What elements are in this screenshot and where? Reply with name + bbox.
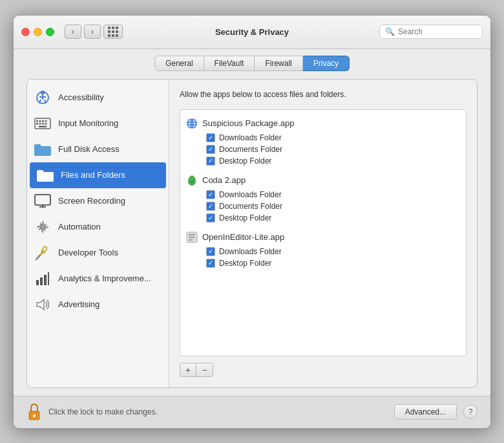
- svg-rect-26: [36, 280, 39, 285]
- traffic-lights: [21, 28, 54, 36]
- checkbox-suspicious-downloads[interactable]: [206, 133, 215, 142]
- globe-icon: [185, 117, 198, 130]
- sidebar-item-screen-recording[interactable]: Screen Recording: [27, 188, 169, 214]
- sidebar-label-accessibility: Accessibility: [58, 92, 104, 102]
- tabs-area: General FileVault Firewall Privacy: [14, 49, 490, 71]
- nav-buttons: ‹ ›: [65, 25, 101, 39]
- sidebar-label-screen-recording: Screen Recording: [58, 196, 125, 206]
- leaf-icon: [185, 174, 198, 187]
- sidebar-label-developer-tools: Developer Tools: [58, 248, 118, 257]
- maximize-button[interactable]: [46, 28, 54, 36]
- sidebar-item-full-disk-access[interactable]: Full Disk Access: [27, 136, 169, 162]
- bottom-bar: Click the lock to make changes. Advanced…: [14, 396, 490, 428]
- close-button[interactable]: [21, 28, 30, 36]
- file-item[interactable]: Desktop Folder: [185, 155, 461, 167]
- privacy-main-panel: Allow the apps below to access files and…: [169, 80, 477, 387]
- checkbox-openineditor-desktop[interactable]: [206, 259, 215, 268]
- checkbox-suspicious-documents[interactable]: [206, 145, 215, 154]
- remove-button[interactable]: −: [196, 363, 213, 377]
- svg-rect-27: [40, 277, 43, 285]
- main-panel: Accessibility: [26, 79, 478, 388]
- panel-description: Allow the apps below to access files and…: [180, 90, 467, 99]
- folder-icon: [34, 140, 52, 158]
- folder-label: Documents Folder: [219, 202, 282, 211]
- file-item[interactable]: Documents Folder: [185, 200, 461, 212]
- svg-rect-9: [42, 120, 44, 122]
- sidebar-label-full-disk-access: Full Disk Access: [58, 144, 120, 154]
- svg-rect-29: [48, 272, 49, 285]
- app-group-openineditor: OpenInEditor-Lite.app Downloads Folder D…: [180, 226, 466, 272]
- window-title: Security & Privacy: [215, 27, 289, 37]
- file-item[interactable]: Downloads Folder: [185, 189, 461, 200]
- folder-label: Documents Folder: [219, 145, 282, 154]
- file-item[interactable]: Downloads Folder: [185, 132, 461, 144]
- checkbox-coda-desktop[interactable]: [206, 213, 215, 222]
- forward-button[interactable]: ›: [84, 25, 101, 39]
- app-header-coda: Coda 2.app: [185, 172, 461, 189]
- app-group-coda: Coda 2.app Downloads Folder Documents Fo…: [180, 169, 466, 226]
- sidebar-label-advertising: Advertising: [58, 299, 100, 309]
- tab-general[interactable]: General: [154, 56, 204, 71]
- svg-rect-24: [41, 246, 47, 253]
- sidebar-item-accessibility[interactable]: Accessibility: [27, 85, 169, 111]
- folder-filled-icon: [36, 166, 54, 184]
- svg-rect-7: [36, 120, 38, 122]
- folder-label: Desktop Folder: [219, 213, 271, 222]
- checkbox-suspicious-desktop[interactable]: [206, 157, 215, 166]
- search-input[interactable]: [398, 27, 477, 36]
- minimize-button[interactable]: [34, 28, 42, 36]
- search-icon: 🔍: [385, 27, 395, 36]
- chart-icon: [34, 270, 52, 288]
- app-name-coda: Coda 2.app: [202, 175, 246, 185]
- checkbox-coda-downloads[interactable]: [206, 190, 215, 199]
- app-name-openineditor: OpenInEditor-Lite.app: [202, 232, 284, 242]
- file-item[interactable]: Documents Folder: [185, 144, 461, 155]
- tab-filevault[interactable]: FileVault: [204, 56, 255, 71]
- app-header-suspicious: Suspicious Package.app: [185, 115, 461, 132]
- folder-label: Desktop Folder: [219, 157, 271, 166]
- svg-marker-30: [37, 299, 44, 310]
- titlebar: ‹ › Security & Privacy 🔍: [14, 16, 490, 49]
- sidebar-item-automation[interactable]: Automation: [27, 214, 169, 240]
- app-header-openineditor: OpenInEditor-Lite.app: [185, 229, 461, 246]
- sidebar-item-advertising[interactable]: Advertising: [27, 292, 169, 318]
- main-window: ‹ › Security & Privacy 🔍 General FileVau…: [13, 15, 491, 429]
- grid-button[interactable]: [103, 25, 123, 39]
- lock-text: Click the lock to make changes.: [48, 407, 394, 416]
- search-bar[interactable]: 🔍: [379, 25, 483, 39]
- sidebar-label-files-and-folders: Files and Folders: [61, 170, 125, 180]
- svg-line-25: [36, 255, 40, 259]
- svg-rect-12: [39, 123, 41, 125]
- file-list[interactable]: Suspicious Package.app Downloads Folder …: [180, 109, 467, 356]
- svg-point-44: [33, 415, 36, 417]
- speaker-icon: [34, 296, 52, 314]
- tab-firewall[interactable]: Firewall: [255, 56, 302, 71]
- advanced-button[interactable]: Advanced...: [394, 404, 457, 420]
- sidebar-item-analytics[interactable]: Analytics & Improveme...: [27, 266, 169, 292]
- keyboard-icon: [34, 114, 52, 133]
- file-item[interactable]: Downloads Folder: [185, 246, 461, 257]
- checkbox-coda-documents[interactable]: [206, 202, 215, 211]
- file-item[interactable]: Desktop Folder: [185, 257, 461, 269]
- screen-icon: [34, 192, 52, 210]
- sidebar-item-input-monitoring[interactable]: Input Monitoring: [27, 111, 169, 136]
- svg-rect-14: [45, 123, 47, 125]
- svg-rect-28: [44, 275, 47, 285]
- svg-rect-10: [45, 120, 47, 122]
- svg-rect-11: [36, 123, 38, 125]
- back-button[interactable]: ‹: [65, 25, 81, 39]
- file-item[interactable]: Desktop Folder: [185, 212, 461, 224]
- sidebar-item-files-and-folders[interactable]: Files and Folders: [30, 162, 166, 188]
- sidebar-item-developer-tools[interactable]: Developer Tools: [27, 240, 169, 266]
- grid-icon: [108, 27, 119, 38]
- folder-label: Downloads Folder: [219, 133, 282, 142]
- list-icon: [185, 231, 198, 244]
- list-controls: + −: [180, 363, 467, 377]
- checkbox-openineditor-downloads[interactable]: [206, 247, 215, 256]
- content-area: Accessibility: [14, 71, 490, 396]
- tab-privacy[interactable]: Privacy: [303, 56, 350, 71]
- sidebar-label-input-monitoring: Input Monitoring: [58, 118, 118, 128]
- help-button[interactable]: ?: [463, 405, 478, 419]
- add-button[interactable]: +: [180, 363, 196, 377]
- app-name-suspicious: Suspicious Package.app: [202, 118, 294, 128]
